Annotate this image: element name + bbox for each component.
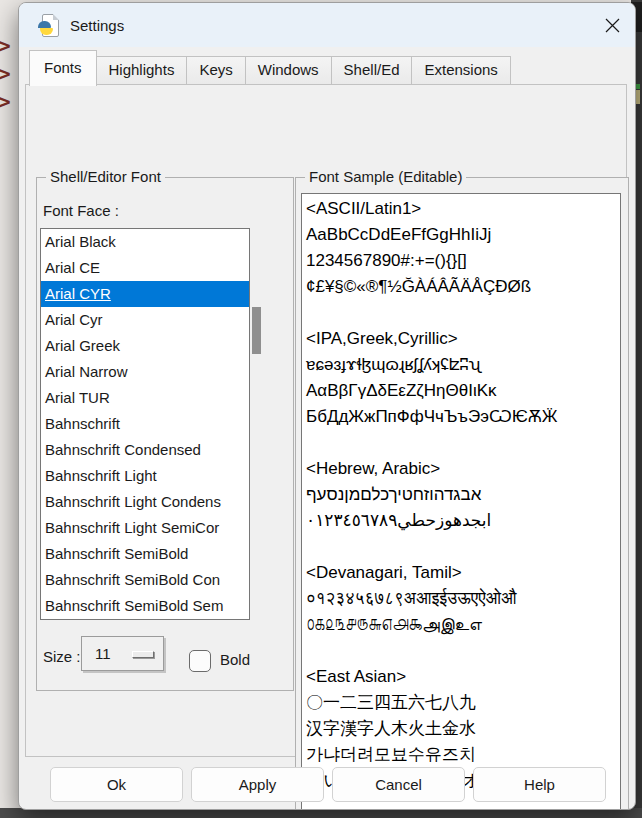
tab-windows[interactable]: Windows [245, 56, 332, 85]
font-list-item[interactable]: Bahnschrift Light SemiCor [41, 515, 249, 541]
shell-prompt-glyph: > [0, 34, 11, 58]
font-list-item[interactable]: Bahnschrift Light Condens [41, 489, 249, 515]
font-list[interactable]: Arial Black Arial CE Arial CYR Arial Cyr… [40, 228, 250, 620]
close-button[interactable] [589, 3, 635, 47]
font-list-item[interactable]: Bahnschrift [41, 411, 249, 437]
shell-editor-font-frame: Shell/Editor Font Font Face : Arial Blac… [36, 177, 294, 691]
bold-label: Bold [220, 651, 250, 668]
help-button[interactable]: Help [473, 767, 606, 802]
dropdown-indicator-icon [132, 651, 154, 658]
cancel-button[interactable]: Cancel [332, 767, 465, 802]
shell-editor-font-frame-title: Shell/Editor Font [46, 168, 165, 185]
shell-prompt-glyph: > [0, 62, 11, 86]
window-title: Settings [70, 17, 124, 34]
font-list-item[interactable]: Arial Narrow [41, 359, 249, 385]
font-list-item[interactable]: Bahnschrift Light [41, 463, 249, 489]
bold-checkbox[interactable] [189, 650, 211, 672]
size-dropdown-value: 11 [95, 645, 111, 662]
font-list-item-selected[interactable]: Arial CYR [41, 281, 249, 307]
font-list-item[interactable]: Arial Black [41, 229, 249, 255]
font-list-item[interactable]: Arial Cyr [41, 307, 249, 333]
settings-tabs: Fonts Highlights Keys Windows Shell/Ed E… [29, 49, 510, 85]
font-face-label: Font Face : [43, 202, 119, 219]
size-dropdown[interactable]: 11 [81, 636, 164, 671]
font-sample-frame-title: Font Sample (Editable) [305, 168, 466, 185]
screen: > > > Settings Fonts Highlights K [0, 0, 642, 818]
apply-button[interactable]: Apply [191, 767, 324, 802]
font-list-item[interactable]: Bahnschrift SemiBold Sem [41, 593, 249, 619]
font-list-item[interactable]: Bahnschrift SemiBold Con [41, 567, 249, 593]
font-sample-frame: Font Sample (Editable) <ASCII/Latin1> Aa… [295, 177, 629, 810]
shell-prompt-glyph: > [0, 90, 11, 114]
tab-highlights[interactable]: Highlights [96, 56, 188, 85]
font-sample-textarea[interactable]: <ASCII/Latin1> AaBbCcDdEeFfGgHhIiJj 1234… [301, 193, 621, 810]
font-list-scrollbar-thumb[interactable] [252, 307, 261, 354]
tab-shell-ed[interactable]: Shell/Ed [331, 56, 413, 85]
font-list-item[interactable]: Bahnschrift Condensed [41, 437, 249, 463]
ok-button[interactable]: Ok [50, 767, 183, 802]
settings-dialog: Settings Fonts Highlights Keys Windows S… [18, 2, 636, 810]
python-logo-blue [38, 21, 51, 28]
fonts-tab-pane: Shell/Editor Font Font Face : Arial Blac… [25, 84, 627, 757]
tab-keys[interactable]: Keys [186, 56, 245, 85]
tab-fonts[interactable]: Fonts [29, 50, 97, 86]
background-shell-window: > > > [0, 0, 18, 200]
font-list-item[interactable]: Bahnschrift SemiBold [41, 541, 249, 567]
close-icon [605, 18, 620, 33]
title-bar: Settings [19, 3, 635, 47]
font-list-item[interactable]: Arial TUR [41, 385, 249, 411]
idle-python-file-icon [38, 14, 60, 36]
font-list-item[interactable]: Arial CE [41, 255, 249, 281]
size-label: Size : [43, 648, 81, 665]
font-list-item[interactable]: Arial Greek [41, 333, 249, 359]
tab-extensions[interactable]: Extensions [411, 56, 510, 85]
